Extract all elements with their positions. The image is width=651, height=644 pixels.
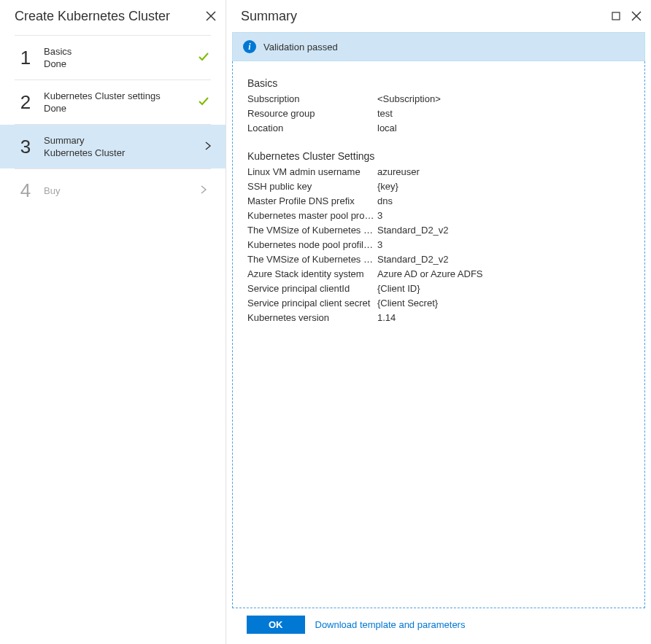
maximize-icon[interactable]	[610, 10, 622, 22]
section-heading-basics: Basics	[247, 77, 630, 89]
summary-row: Master Profile DNS prefixdns	[247, 194, 630, 209]
summary-panel: Summary i Validation passed Basics Subsc…	[226, 0, 651, 644]
summary-key: Linux VM admin username	[247, 165, 377, 179]
summary-key: Resource group	[247, 106, 377, 121]
step-number: 2	[18, 91, 34, 114]
summary-footer: OK Download template and parameters	[232, 608, 645, 644]
summary-row: Service principal client secret{Client S…	[247, 296, 630, 311]
close-icon[interactable]	[631, 10, 642, 22]
step-subtitle: Kubernetes Cluster	[44, 147, 190, 158]
check-icon	[198, 51, 209, 65]
step-title: Kubernetes Cluster settings	[44, 90, 186, 101]
summary-key: Service principal clientId	[247, 282, 377, 296]
step-title: Summary	[44, 135, 190, 146]
create-wizard-panel: Create Kubernetes Cluster 1 Basics Done …	[0, 0, 226, 644]
summary-key: Azure Stack identity system	[247, 267, 377, 282]
download-template-link[interactable]: Download template and parameters	[315, 619, 466, 630]
info-icon: i	[243, 40, 256, 53]
summary-row: Azure Stack identity systemAzure AD or A…	[247, 267, 630, 282]
summary-key: Master Profile DNS prefix	[247, 194, 377, 209]
summary-value: test	[377, 106, 630, 121]
summary-value: azureuser	[377, 165, 630, 179]
summary-value: {Client Secret}	[377, 296, 630, 311]
summary-value: Standard_D2_v2	[377, 223, 630, 238]
summary-row: Service principal clientId{Client ID}	[247, 282, 630, 296]
right-panel-header: Summary	[226, 0, 651, 32]
summary-key: Kubernetes master pool profile ...	[247, 209, 377, 223]
summary-row: The VMSize of Kubernetes mas...Standard_…	[247, 223, 630, 238]
summary-value: 1.14	[377, 311, 630, 325]
summary-value: dns	[377, 194, 630, 209]
left-panel-title: Create Kubernetes Cluster	[15, 9, 170, 24]
summary-key: SSH public key	[247, 179, 377, 194]
right-panel-title: Summary	[241, 9, 297, 24]
step-title: Buy	[44, 185, 186, 196]
summary-row: SSH public key{key}	[247, 179, 630, 194]
step-buy[interactable]: 4 Buy	[15, 169, 211, 212]
summary-row: Subscription<Subscription>	[247, 92, 630, 106]
wizard-steps: 1 Basics Done 2 Kubernetes Cluster setti…	[0, 32, 226, 212]
step-number: 3	[18, 136, 34, 158]
summary-value: Azure AD or Azure ADFS	[377, 267, 630, 282]
summary-row: Resource grouptest	[247, 106, 630, 121]
close-icon[interactable]	[205, 10, 217, 22]
summary-key: Service principal client secret	[247, 296, 377, 311]
chevron-right-icon	[204, 141, 212, 152]
ok-button[interactable]: OK	[247, 616, 305, 634]
check-icon	[198, 96, 209, 109]
summary-value: Standard_D2_v2	[377, 252, 630, 267]
summary-key: The VMSize of Kubernetes nod...	[247, 252, 377, 267]
summary-value: {Client ID}	[377, 282, 630, 296]
summary-key: The VMSize of Kubernetes mas...	[247, 223, 377, 238]
step-number: 4	[18, 179, 34, 202]
step-basics[interactable]: 1 Basics Done	[15, 36, 211, 79]
step-kubernetes-settings[interactable]: 2 Kubernetes Cluster settings Done	[15, 80, 211, 124]
validation-message: Validation passed	[263, 42, 338, 53]
summary-key: Subscription	[247, 92, 377, 106]
summary-row: Locationlocal	[247, 121, 630, 136]
summary-row: Kubernetes version1.14	[247, 311, 630, 325]
summary-value: 3	[377, 238, 630, 252]
summary-value: {key}	[377, 179, 630, 194]
summary-key: Kubernetes node pool profile c...	[247, 238, 377, 252]
summary-row: The VMSize of Kubernetes nod...Standard_…	[247, 252, 630, 267]
step-summary[interactable]: 3 Summary Kubernetes Cluster	[0, 125, 226, 168]
summary-key: Kubernetes version	[247, 311, 377, 325]
summary-row: Kubernetes node pool profile c...3	[247, 238, 630, 252]
summary-value: local	[377, 121, 630, 136]
step-subtitle: Done	[44, 103, 186, 114]
left-panel-header: Create Kubernetes Cluster	[0, 0, 226, 32]
summary-value: 3	[377, 209, 630, 223]
summary-key: Location	[247, 121, 377, 136]
step-title: Basics	[44, 46, 186, 57]
chevron-right-icon	[199, 185, 208, 196]
summary-body: Basics Subscription<Subscription> Resour…	[232, 61, 645, 608]
svg-rect-2	[612, 12, 620, 20]
validation-banner: i Validation passed	[232, 32, 645, 61]
section-heading-k8s: Kubernetes Cluster Settings	[247, 150, 630, 162]
step-subtitle: Done	[44, 58, 186, 69]
summary-value: <Subscription>	[377, 92, 630, 106]
summary-row: Linux VM admin usernameazureuser	[247, 165, 630, 179]
summary-row: Kubernetes master pool profile ...3	[247, 209, 630, 223]
step-number: 1	[18, 47, 34, 69]
